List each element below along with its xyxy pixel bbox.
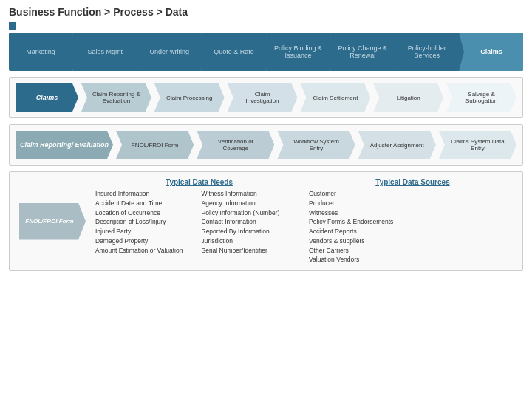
data-source-item: Producer bbox=[309, 199, 516, 208]
data-source-item: Vendors & suppliers bbox=[309, 236, 516, 246]
data-columns: Typical Data Needs Insured InformationAc… bbox=[95, 178, 516, 265]
data-need-item: Policy Information (Number) bbox=[202, 208, 304, 218]
claims-step-4: Litigation bbox=[373, 83, 443, 112]
claims-section: ClaimsClaim Reporting & EvaluationClaim … bbox=[9, 77, 523, 118]
claims-step-0: Claim Reporting & Evaluation bbox=[81, 83, 151, 112]
claims-process-row: ClaimsClaim Reporting & EvaluationClaim … bbox=[16, 83, 516, 112]
data-need-item: Damaged Property bbox=[95, 236, 197, 246]
data-source-item: Valuation Vendors bbox=[309, 255, 516, 265]
fnol-process-row: Claim Reporting/ EvaluationFNOL/FROI For… bbox=[16, 131, 516, 159]
data-need-item: Agency Information bbox=[202, 199, 304, 208]
page-container: Business Function > Process > Data Marke… bbox=[0, 0, 532, 277]
data-need-item: Contact Information bbox=[202, 217, 304, 227]
data-source-item: Other Carriers bbox=[309, 246, 516, 256]
top-process-bar: MarketingSales MgmtUnder-writingQuote & … bbox=[9, 33, 523, 71]
typical-data-needs-col: Typical Data Needs Insured InformationAc… bbox=[95, 178, 303, 265]
indicator-square bbox=[9, 22, 16, 30]
bottom-data-section: FNOL/FROI Form Typical Data Needs Insure… bbox=[9, 171, 523, 271]
data-need-item: Amount Estimation or Valuation bbox=[95, 246, 197, 256]
fnol-step-2: Workflow System Entry bbox=[277, 131, 355, 159]
fnol-step-3: Adjuster Assignment bbox=[358, 131, 436, 159]
data-need-item: Injured Party bbox=[95, 227, 197, 236]
data-need-item: Insured Information bbox=[95, 189, 197, 199]
fnol-arrow-container: FNOL/FROI Form bbox=[16, 178, 89, 265]
data-need-item: Serial Number/Identifier bbox=[202, 246, 304, 256]
data-need-item: Description of Loss/Injury bbox=[95, 217, 197, 227]
claims-step-2: Claim Investigation bbox=[228, 83, 298, 112]
data-source-item: Customer bbox=[309, 189, 516, 199]
top-bar-item-4[interactable]: Policy Binding & Issuance bbox=[267, 33, 331, 71]
data-need-item: Accident Date and Time bbox=[95, 199, 197, 208]
typical-data-sources-col: Typical Data Sources CustomerProducerWit… bbox=[309, 178, 516, 265]
top-bar-item-6[interactable]: Policy-holder Services bbox=[395, 33, 460, 71]
top-bar-item-5[interactable]: Policy Change & Renewal bbox=[331, 33, 395, 71]
claims-step-3: Claim Settlement bbox=[300, 83, 370, 112]
data-need-item: Location of Occurrence bbox=[95, 208, 197, 218]
typical-data-needs-header: Typical Data Needs bbox=[95, 178, 303, 186]
top-bar-item-0[interactable]: Marketing bbox=[9, 33, 73, 71]
fnol-step-4: Claims System Data Entry bbox=[439, 131, 516, 159]
data-needs-list: Insured InformationAccident Date and Tim… bbox=[95, 189, 303, 255]
data-source-item: Witnesses bbox=[309, 208, 516, 218]
typical-data-sources-header: Typical Data Sources bbox=[309, 178, 516, 186]
data-source-item: Accident Reports bbox=[309, 227, 516, 236]
fnol-main-label: Claim Reporting/ Evaluation bbox=[16, 131, 113, 159]
top-bar-item-1[interactable]: Sales Mgmt bbox=[73, 33, 137, 71]
top-bar-item-7[interactable]: Claims bbox=[460, 33, 523, 71]
top-bar-item-2[interactable]: Under-writing bbox=[137, 33, 202, 71]
data-sources-list: CustomerProducerWitnessesPolicy Forms & … bbox=[309, 189, 516, 265]
fnol-label-arrow: FNOL/FROI Form bbox=[19, 203, 86, 240]
top-bar-item-3[interactable]: Quote & Rate bbox=[202, 33, 266, 71]
fnol-section: Claim Reporting/ EvaluationFNOL/FROI For… bbox=[9, 124, 523, 166]
data-need-item: Reported By Information bbox=[202, 227, 304, 236]
data-need-item: Witness Information bbox=[202, 189, 304, 199]
fnol-step-0: FNOL/FROI Form bbox=[116, 131, 194, 159]
data-need-item: Jurisdiction bbox=[202, 236, 304, 246]
claims-step-1: Claim Processing bbox=[154, 83, 225, 112]
claims-main-label: Claims bbox=[16, 83, 78, 112]
claims-step-5: Salvage & Subrogation bbox=[446, 83, 516, 112]
page-title: Business Function > Process > Data bbox=[9, 6, 523, 18]
data-source-item: Policy Forms & Endorsements bbox=[309, 217, 516, 227]
fnol-step-1: Verification of Coverage bbox=[197, 131, 274, 159]
